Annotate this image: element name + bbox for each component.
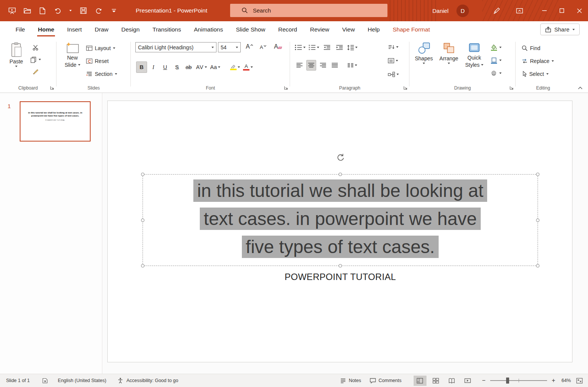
zoom-slider-thumb[interactable] xyxy=(506,378,509,384)
shape-fill-button[interactable] xyxy=(491,42,502,52)
tab-file[interactable]: File xyxy=(9,21,31,38)
replace-button[interactable]: Replace xyxy=(522,56,554,66)
find-button[interactable]: Find xyxy=(522,43,540,53)
reset-button[interactable]: Reset xyxy=(86,56,109,66)
tab-transitions[interactable]: Transitions xyxy=(146,21,187,38)
drawing-dialog-launcher-icon[interactable] xyxy=(510,86,514,90)
bold-button[interactable]: B xyxy=(136,61,147,73)
paragraph-dialog-launcher-icon[interactable] xyxy=(403,86,408,90)
search-box[interactable] xyxy=(230,4,387,17)
increase-font-size-button[interactable]: A xyxy=(244,42,255,52)
numbering-button[interactable] xyxy=(308,42,319,53)
font-dialog-launcher-icon[interactable] xyxy=(284,86,288,90)
font-size-combobox[interactable]: 54 xyxy=(218,42,241,52)
user-name[interactable]: Daniel xyxy=(432,8,448,14)
close-button[interactable] xyxy=(571,0,588,21)
underline-button[interactable]: U xyxy=(160,61,171,73)
zoom-level[interactable]: 64% xyxy=(561,378,571,383)
zoom-slider[interactable] xyxy=(490,380,547,381)
minimize-button[interactable] xyxy=(536,0,553,21)
tab-draw[interactable]: Draw xyxy=(88,21,115,38)
align-text-button[interactable] xyxy=(388,56,398,66)
tab-design[interactable]: Design xyxy=(115,21,146,38)
redo-icon[interactable] xyxy=(93,4,105,17)
strikethrough-button[interactable]: ab xyxy=(183,61,194,73)
resize-handle-top-left[interactable] xyxy=(141,173,144,176)
increase-indent-button[interactable] xyxy=(334,42,344,53)
line-spacing-button[interactable] xyxy=(347,42,358,53)
accessibility-status[interactable]: Accessibility: Good to go xyxy=(126,378,178,383)
align-left-button[interactable] xyxy=(295,60,304,71)
reading-view-button[interactable] xyxy=(445,376,458,386)
fit-to-window-button[interactable] xyxy=(576,378,583,384)
tab-help[interactable]: Help xyxy=(361,21,386,38)
comments-button[interactable]: Comments xyxy=(370,378,401,384)
decrease-indent-button[interactable] xyxy=(322,42,332,53)
new-file-icon[interactable] xyxy=(36,4,49,17)
text-direction-button[interactable] xyxy=(388,42,398,52)
text-highlight-button[interactable] xyxy=(229,61,241,73)
clear-formatting-button[interactable]: A xyxy=(272,42,284,52)
tab-insert[interactable]: Insert xyxy=(61,21,88,38)
slide-title-textbox[interactable]: in this tutorial we shall be looking at … xyxy=(143,177,538,261)
maximize-button[interactable] xyxy=(553,0,571,21)
resize-handle-bottom-left[interactable] xyxy=(141,264,144,267)
layout-button[interactable]: Layout xyxy=(86,43,115,53)
decrease-font-size-button[interactable]: A xyxy=(257,42,269,52)
font-name-combobox[interactable]: Calibri Light (Headings) xyxy=(135,42,216,52)
start-slideshow-icon[interactable] xyxy=(6,4,18,17)
resize-handle-bottom-center[interactable] xyxy=(339,264,342,267)
slide-thumbnail[interactable]: in this tutorial we shall be looking at … xyxy=(20,101,91,142)
tab-home[interactable]: Home xyxy=(31,21,61,38)
resize-handle-top-center[interactable] xyxy=(339,173,342,176)
shape-effects-button[interactable] xyxy=(491,68,502,78)
copy-button[interactable] xyxy=(30,55,41,64)
collapse-ribbon-button[interactable] xyxy=(578,87,583,90)
ink-pen-icon[interactable] xyxy=(490,4,503,17)
convert-to-smartart-button[interactable] xyxy=(388,69,399,79)
tab-slide-show[interactable]: Slide Show xyxy=(229,21,272,38)
slide-indicator[interactable]: Slide 1 of 1 xyxy=(6,378,30,383)
zoom-out-button[interactable]: − xyxy=(480,377,487,384)
section-button[interactable]: Section xyxy=(86,69,117,79)
slide-sorter-view-button[interactable] xyxy=(430,376,442,386)
share-button[interactable]: Share xyxy=(540,24,580,35)
tab-view[interactable]: View xyxy=(336,21,361,38)
columns-button[interactable] xyxy=(347,60,357,71)
italic-button[interactable]: I xyxy=(148,61,159,73)
bullets-button[interactable] xyxy=(295,42,306,53)
normal-view-button[interactable] xyxy=(414,376,426,386)
tab-shape-format[interactable]: Shape Format xyxy=(386,21,436,38)
format-painter-button[interactable] xyxy=(30,67,40,77)
text-shadow-button[interactable]: S xyxy=(171,61,182,73)
shapes-button[interactable]: Shapes xyxy=(412,39,435,64)
ribbon-display-options-icon[interactable] xyxy=(513,4,526,17)
change-case-button[interactable]: Aa xyxy=(209,61,221,73)
font-color-button[interactable]: A xyxy=(242,61,254,73)
shape-outline-button[interactable] xyxy=(491,55,502,65)
slide-canvas[interactable]: in this tutorial we shall be looking at … xyxy=(107,101,572,362)
notes-button[interactable]: Notes xyxy=(340,378,361,383)
slide-subtitle-text[interactable]: POWERPOINT TUTORIAL xyxy=(143,272,538,282)
zoom-in-button[interactable]: + xyxy=(550,377,557,384)
align-center-button[interactable] xyxy=(306,60,316,71)
undo-dropdown-chevron-icon[interactable] xyxy=(67,4,74,17)
arrange-button[interactable]: Arrange xyxy=(437,39,461,64)
quick-styles-button[interactable]: Quick Styles xyxy=(463,39,486,68)
language-indicator[interactable]: English (United States) xyxy=(58,378,107,383)
select-button[interactable]: Select xyxy=(522,69,549,79)
resize-handle-bottom-right[interactable] xyxy=(536,264,539,267)
textbox-selection[interactable]: in this tutorial we shall be looking at … xyxy=(143,174,538,266)
character-spacing-button[interactable]: AV xyxy=(195,61,208,73)
slideshow-view-button[interactable] xyxy=(461,376,474,386)
spell-check-icon[interactable] xyxy=(42,378,48,384)
rotate-handle-icon[interactable] xyxy=(336,153,345,162)
save-icon[interactable] xyxy=(77,4,89,17)
tab-record[interactable]: Record xyxy=(272,21,304,38)
undo-icon[interactable] xyxy=(52,4,64,17)
justify-button[interactable] xyxy=(330,60,340,71)
clipboard-dialog-launcher-icon[interactable] xyxy=(50,86,54,90)
cut-button[interactable] xyxy=(30,42,40,52)
tab-animations[interactable]: Animations xyxy=(187,21,229,38)
tab-review[interactable]: Review xyxy=(304,21,336,38)
